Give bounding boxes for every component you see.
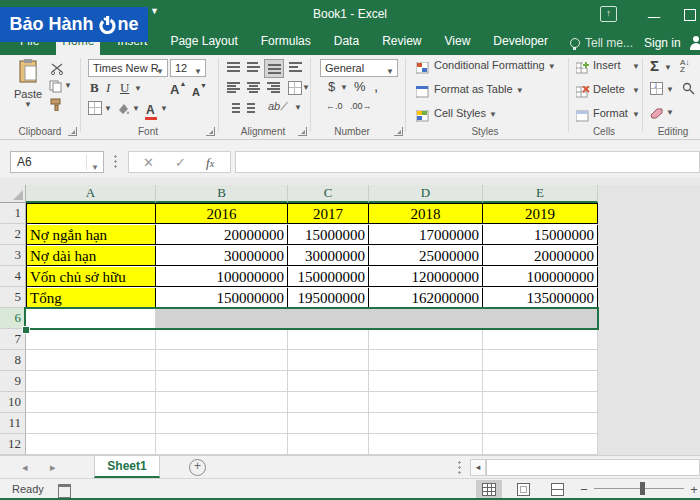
align-middle-button[interactable] — [244, 59, 262, 76]
horizontal-scrollbar[interactable] — [486, 459, 700, 476]
number-dialog-launcher[interactable] — [394, 127, 403, 136]
wrap-text-button[interactable] — [286, 59, 304, 76]
new-sheet-button[interactable]: + — [189, 459, 206, 476]
number-format-combo[interactable]: General▼ — [320, 59, 398, 77]
cell-E1[interactable]: 2019 — [483, 204, 598, 224]
orientation-button[interactable]: ab⟋ — [268, 100, 288, 113]
zoom-slider-thumb[interactable] — [640, 482, 645, 495]
tab-formulas[interactable]: Formulas — [255, 28, 317, 55]
cell-A2[interactable]: Nợ ngắn hạn — [27, 225, 156, 245]
cell-A4[interactable]: Vốn chủ sở hữu — [27, 267, 156, 287]
row-header-4[interactable]: 4 — [0, 266, 26, 287]
shrink-font-button[interactable]: A▼ — [192, 82, 207, 100]
macro-record-icon[interactable] — [58, 484, 71, 498]
tabbar-splitter[interactable] — [458, 460, 461, 475]
cell-A1[interactable] — [27, 204, 156, 224]
name-box[interactable]: A6▼ — [10, 151, 104, 173]
row-header-8[interactable]: 8 — [0, 350, 26, 371]
tab-review[interactable]: Review — [376, 28, 427, 55]
percent-style-button[interactable]: % — [354, 79, 366, 94]
copy-button[interactable]: ▼ — [49, 79, 62, 97]
row-header-12[interactable]: 12 — [0, 434, 26, 455]
page-layout-view-button[interactable] — [510, 480, 536, 498]
cell-C1[interactable]: 2017 — [288, 204, 369, 224]
hscroll-left-arrow[interactable]: ◂ — [470, 459, 486, 476]
cell-D5[interactable]: 162000000 — [369, 288, 483, 308]
sheet-tab-sheet1[interactable]: Sheet1 — [94, 456, 160, 478]
zoom-slider-track[interactable] — [594, 488, 684, 489]
cell-E4[interactable]: 100000000 — [483, 267, 598, 287]
decrease-indent-button[interactable] — [224, 99, 242, 116]
formula-input[interactable] — [235, 151, 700, 173]
cancel-formula-icon[interactable]: ✕ — [143, 155, 154, 170]
row-header-3[interactable]: 3 — [0, 245, 26, 266]
underline-button[interactable]: U — [120, 80, 129, 96]
fill-handle[interactable] — [22, 326, 30, 334]
increase-indent-button[interactable] — [244, 99, 262, 116]
cell-B2[interactable]: 20000000 — [156, 225, 288, 245]
insert-function-icon[interactable]: fx — [206, 155, 210, 171]
cut-button[interactable] — [50, 61, 64, 79]
format-cells-button[interactable]: Format▼ — [576, 108, 590, 126]
cell-B4[interactable]: 100000000 — [156, 267, 288, 287]
comma-style-button[interactable]: , — [374, 77, 378, 94]
cell-D2[interactable]: 17000000 — [369, 225, 483, 245]
tab-page-layout[interactable]: Page Layout — [164, 28, 243, 55]
alignment-dialog-launcher[interactable] — [298, 127, 307, 136]
tab-view[interactable]: View — [439, 28, 477, 55]
tab-data[interactable]: Data — [328, 28, 365, 55]
clear-button[interactable] — [650, 105, 664, 123]
column-header-B[interactable]: B — [156, 185, 288, 203]
sort-filter-button[interactable]: A↓Z — [680, 59, 689, 73]
format-as-table-button[interactable]: Format as Table ▼ — [416, 84, 430, 102]
accounting-format-button[interactable]: $ — [328, 79, 335, 94]
tell-me-box[interactable]: Tell me... — [570, 36, 633, 50]
column-header-C[interactable]: C — [288, 185, 369, 203]
zoom-in-button[interactable]: + — [688, 480, 700, 498]
row-header-11[interactable]: 11 — [0, 413, 26, 434]
row-header-5[interactable]: 5 — [0, 287, 26, 308]
row-header-2[interactable]: 2 — [0, 224, 26, 245]
align-left-button[interactable] — [224, 79, 242, 96]
conditional-formatting-button[interactable]: Conditional Formatting ▼ — [416, 60, 430, 78]
cell-D4[interactable]: 120000000 — [369, 267, 483, 287]
font-name-combo[interactable]: Times New R▼ — [88, 59, 168, 77]
row-header-9[interactable]: 9 — [0, 371, 26, 392]
cell-B1[interactable]: 2016 — [156, 204, 288, 224]
next-sheet-arrow-icon[interactable]: ▸ — [50, 461, 56, 474]
align-right-button[interactable] — [264, 79, 282, 96]
cell-D3[interactable]: 25000000 — [369, 246, 483, 266]
fill-color-button[interactable]: ▼ — [116, 101, 130, 119]
row-header-1[interactable]: 1 — [0, 203, 26, 224]
page-break-view-button[interactable] — [544, 480, 570, 498]
share-person-icon[interactable] — [689, 36, 700, 50]
align-center-button[interactable] — [244, 79, 262, 96]
autosum-button[interactable]: Σ — [650, 57, 659, 74]
grow-font-button[interactable]: A▲ — [170, 80, 186, 98]
align-top-button[interactable] — [224, 59, 242, 76]
enter-formula-icon[interactable]: ✓ — [175, 155, 186, 170]
borders-button[interactable]: ▼ — [88, 101, 102, 119]
cell-C2[interactable]: 15000000 — [288, 225, 369, 245]
prev-sheet-arrow-icon[interactable]: ◂ — [22, 461, 28, 474]
cell-C5[interactable]: 195000000 — [288, 288, 369, 308]
cell-C4[interactable]: 150000000 — [288, 267, 369, 287]
row-header-10[interactable]: 10 — [0, 392, 26, 413]
cell-A3[interactable]: Nợ dài hạn — [27, 246, 156, 266]
column-header-D[interactable]: D — [369, 185, 483, 203]
cell-E2[interactable]: 15000000 — [483, 225, 598, 245]
decrease-decimal-button[interactable]: .00→ — [350, 101, 372, 111]
delete-cells-button[interactable]: Delete▼ — [576, 84, 590, 102]
bold-button[interactable]: B — [90, 80, 99, 96]
select-all-corner[interactable] — [0, 185, 26, 203]
fill-button[interactable]: ↓ — [650, 81, 663, 99]
format-painter-button[interactable] — [50, 97, 64, 115]
cell-B3[interactable]: 30000000 — [156, 246, 288, 266]
font-color-button[interactable]: A▼ — [146, 100, 155, 118]
sign-in-button[interactable]: Sign in — [644, 36, 681, 50]
increase-decimal-button[interactable]: ←.0 — [326, 101, 343, 111]
cell-A5[interactable]: Tổng — [27, 288, 156, 308]
tab-developer[interactable]: Developer — [487, 28, 554, 55]
italic-button[interactable]: I — [106, 80, 110, 96]
maximize-button[interactable] — [684, 9, 696, 21]
